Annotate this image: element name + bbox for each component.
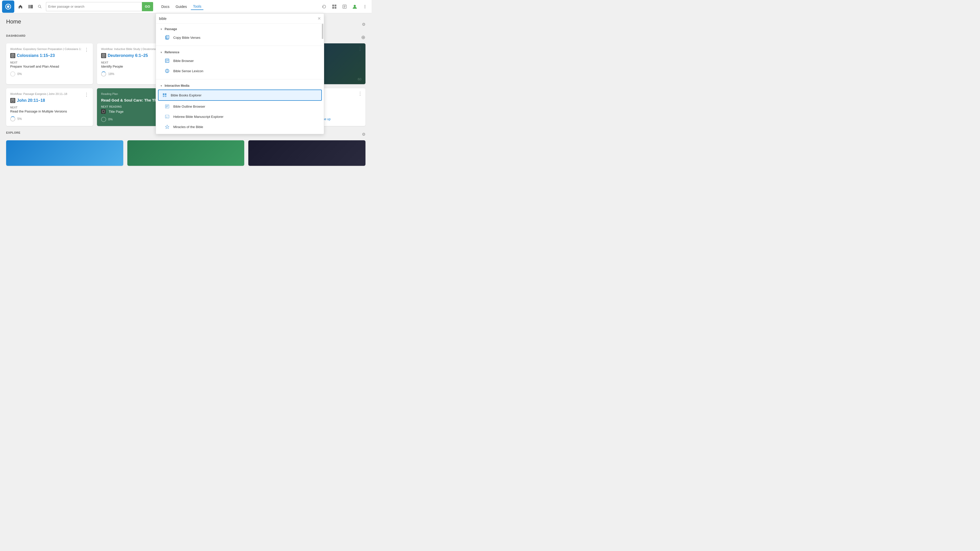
- guides-nav-link[interactable]: Guides: [173, 3, 189, 10]
- interactive-media-header[interactable]: ▼ Interactive Media: [156, 83, 324, 89]
- miracles-icon: [164, 124, 170, 130]
- dropdown-search-row: ✕: [156, 14, 324, 24]
- svg-rect-41: [163, 94, 164, 95]
- explore-gear-icon[interactable]: ⚙: [362, 132, 366, 137]
- card-next-label: NEXT: [10, 106, 89, 109]
- workflow-card-colossians: Workflow: Expository Sermon Preparation …: [6, 43, 93, 84]
- hebrew-manuscript-item[interactable]: א Hebrew Bible Manuscript Explorer: [156, 111, 324, 122]
- card-next-item: Read the Passage in Multiple Versions: [10, 110, 89, 113]
- svg-line-6: [40, 7, 41, 8]
- explore-card-2[interactable]: [127, 140, 245, 166]
- layout-icon[interactable]: [330, 2, 339, 11]
- svg-point-15: [365, 7, 366, 8]
- logo-button[interactable]: [2, 0, 14, 13]
- library-button[interactable]: [25, 2, 36, 12]
- dropdown-section-passage: ▼ Passage Copy Bible Verses: [156, 24, 324, 44]
- go-button[interactable]: GO: [142, 2, 153, 11]
- next-item-icon: [101, 109, 106, 114]
- svg-rect-44: [165, 96, 166, 97]
- svg-rect-27: [102, 110, 104, 113]
- tools-dropdown: ✕ ▼ Passage Copy Bible Verses ▼ Re: [156, 13, 324, 134]
- card-meta: Workflow: Expository Sermon Preparation …: [10, 48, 81, 51]
- bible-books-explorer-icon: [162, 92, 168, 98]
- card-title[interactable]: Deuteronomy 6:1–25: [108, 53, 148, 58]
- tools-nav-link[interactable]: Tools: [191, 3, 204, 10]
- svg-point-12: [354, 5, 356, 7]
- copy-icon: [164, 35, 170, 41]
- svg-point-5: [38, 5, 41, 7]
- card-meta: Workflow: Passage Exegesis | John 20:11–…: [10, 92, 67, 95]
- passage-section-header[interactable]: ▼ Passage: [156, 26, 324, 32]
- progress-circle: [10, 71, 15, 76]
- bible-outline-icon: [164, 103, 170, 110]
- topbar-nav: Docs Guides Tools: [159, 3, 204, 10]
- topbar-right: [320, 2, 369, 11]
- card-more-dots[interactable]: ⋮: [84, 48, 89, 52]
- divider-2: [156, 79, 324, 79]
- page-title: Home: [6, 18, 21, 25]
- refresh-icon[interactable]: [320, 2, 329, 11]
- add-dashboard-icon[interactable]: ⊕: [361, 34, 366, 40]
- card-meta: Workflow: Inductive Bible Study | Deuter…: [101, 48, 159, 51]
- bible-browser-item[interactable]: Bible Browser: [156, 56, 324, 66]
- svg-rect-7: [332, 5, 334, 6]
- dropdown-clear-button[interactable]: ✕: [318, 16, 321, 21]
- card-next-item: Prepare Yourself and Plan Ahead: [10, 65, 89, 68]
- miracles-of-bible-item[interactable]: Miracles of the Bible: [156, 122, 324, 132]
- card-doc-icon: [10, 98, 15, 103]
- dropdown-section-reference: ▼ Reference Bible Browser: [156, 47, 324, 78]
- share-icon[interactable]: [340, 2, 349, 11]
- progress-text: 18%: [108, 72, 115, 76]
- home-button[interactable]: [15, 2, 25, 12]
- menu-icon[interactable]: [360, 2, 369, 11]
- card-next-label: NEXT: [10, 61, 89, 64]
- svg-marker-51: [165, 125, 169, 129]
- search-input[interactable]: [46, 2, 142, 11]
- explore-row: [6, 140, 366, 166]
- card-title[interactable]: Colossians 1:15–23: [17, 53, 55, 58]
- hebrew-manuscript-icon: א: [164, 114, 170, 120]
- workflow-card-john: Workflow: Passage Exegesis | John 20:11–…: [6, 88, 93, 126]
- explore-card-1[interactable]: [6, 140, 123, 166]
- progress-circle: [101, 71, 106, 76]
- bible-browser-label: Bible Browser: [173, 59, 194, 63]
- docs-nav-link[interactable]: Docs: [159, 3, 172, 10]
- passage-section-label: Passage: [165, 27, 177, 31]
- sense-lexicon-icon: [164, 68, 170, 74]
- reference-section-header[interactable]: ▼ Reference: [156, 49, 324, 56]
- svg-rect-43: [163, 96, 164, 97]
- card-more-dots[interactable]: ⋮: [84, 92, 89, 97]
- progress-circle: [101, 117, 106, 122]
- divider-1: [156, 46, 324, 46]
- passage-chevron-icon: ▼: [160, 28, 162, 30]
- card-more-dots[interactable]: ⋮: [358, 91, 363, 96]
- page-gear-icon[interactable]: ⚙: [362, 22, 366, 27]
- user-icon[interactable]: [350, 2, 360, 11]
- card-title[interactable]: John 20:11–18: [17, 98, 45, 103]
- search-icon: [36, 2, 44, 11]
- dropdown-scrollbar[interactable]: [322, 24, 323, 39]
- bible-sense-lexicon-item[interactable]: Bible Sense Lexicon: [156, 66, 324, 76]
- bible-outline-browser-item[interactable]: Bible Outline Browser: [156, 101, 324, 111]
- svg-point-13: [365, 5, 366, 6]
- svg-text:א: א: [166, 116, 167, 118]
- reference-chevron-icon: ▼: [160, 51, 162, 54]
- interactive-media-chevron-icon: ▼: [160, 84, 162, 87]
- bible-browser-icon: [164, 58, 170, 64]
- reference-section-label: Reference: [165, 51, 180, 54]
- svg-rect-3: [30, 5, 30, 8]
- progress-circle: [10, 116, 15, 121]
- miracles-of-bible-label: Miracles of the Bible: [173, 125, 203, 129]
- bible-books-explorer-item[interactable]: Bible Books Explorer: [158, 89, 322, 101]
- progress-text: 5%: [18, 117, 22, 121]
- dropdown-search-input[interactable]: [159, 17, 315, 21]
- svg-rect-4: [31, 5, 33, 8]
- svg-rect-2: [29, 5, 29, 8]
- explore-card-3[interactable]: [248, 140, 366, 166]
- interactive-media-label: Interactive Media: [165, 84, 189, 87]
- copy-bible-verses-item[interactable]: Copy Bible Verses: [156, 32, 324, 43]
- progress-text: 0%: [18, 72, 22, 76]
- svg-rect-42: [165, 94, 166, 95]
- hebrew-manuscript-label: Hebrew Bible Manuscript Explorer: [173, 115, 224, 119]
- card-meta: Reading Plan: [101, 92, 118, 95]
